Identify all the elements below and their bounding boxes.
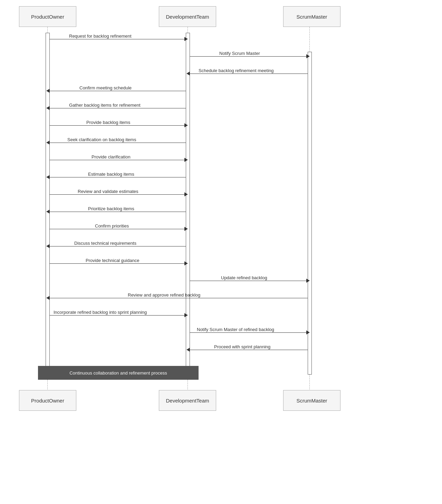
- msg-label-15: Update refined backlog: [221, 275, 267, 280]
- msg-line-2: [190, 56, 308, 57]
- activation-dt: [186, 33, 190, 375]
- msg-label-12: Confirm priorities: [95, 223, 129, 229]
- msg-arrow-8: [184, 158, 188, 162]
- actor-po-top: ProductOwner: [19, 6, 76, 27]
- msg-line-13: [50, 246, 186, 246]
- msg-label-16: Review and approve refined backlog: [128, 292, 200, 298]
- msg-line-1: [50, 39, 186, 39]
- msg-line-4: [50, 91, 186, 91]
- msg-line-5: [50, 108, 186, 108]
- msg-label-17: Incorporate refined backlog into sprint …: [54, 310, 147, 315]
- actor-sm-top: ScrumMaster: [283, 6, 340, 27]
- msg-label-6: Provide backlog items: [86, 120, 130, 125]
- msg-line-16: [50, 298, 308, 298]
- msg-label-19: Proceed with sprint planning: [214, 344, 270, 349]
- msg-arrow-13: [46, 244, 50, 248]
- msg-label-14: Provide technical guidance: [86, 258, 139, 263]
- msg-label-8: Provide clarification: [92, 154, 131, 159]
- msg-line-3: [190, 74, 308, 74]
- msg-label-7: Seek clarification on backlog items: [67, 137, 136, 142]
- msg-arrow-16: [46, 296, 50, 300]
- msg-arrow-3: [186, 71, 190, 76]
- msg-arrow-6: [184, 123, 188, 127]
- actor-po-bottom: ProductOwner: [19, 390, 76, 411]
- msg-arrow-18: [306, 330, 310, 335]
- msg-line-9: [50, 177, 186, 177]
- msg-label-11: Prioritize backlog items: [88, 206, 134, 211]
- msg-label-3: Schedule backlog refinement meeting: [199, 68, 274, 73]
- msg-arrow-7: [46, 140, 50, 145]
- msg-label-10: Review and validate estimates: [78, 189, 138, 194]
- msg-arrow-1: [184, 37, 188, 41]
- msg-line-8: [50, 160, 186, 160]
- msg-arrow-19: [186, 348, 190, 352]
- msg-line-7: [50, 143, 186, 143]
- msg-label-5: Gather backlog items for refinement: [69, 103, 141, 108]
- msg-label-4: Confirm meeting schedule: [79, 85, 132, 90]
- msg-line-14: [50, 263, 186, 264]
- msg-arrow-5: [46, 106, 50, 110]
- msg-arrow-12: [184, 227, 188, 231]
- msg-arrow-17: [184, 313, 188, 317]
- actor-dt-bottom: DevelopmentTeam: [159, 390, 216, 411]
- msg-line-12: [50, 229, 186, 229]
- msg-arrow-15: [306, 279, 310, 283]
- actor-dt-top: DevelopmentTeam: [159, 6, 216, 27]
- msg-line-18: [190, 332, 308, 333]
- msg-arrow-4: [46, 89, 50, 93]
- msg-label-1: Request for backlog refinement: [69, 33, 132, 39]
- msg-label-18: Notify Scrum Master of refined backlog: [197, 327, 274, 332]
- msg-line-10: [50, 194, 186, 195]
- actor-sm-bottom: ScrumMaster: [283, 390, 340, 411]
- msg-line-19: [190, 350, 308, 350]
- msg-label-9: Estimate backlog items: [88, 172, 134, 177]
- msg-arrow-14: [184, 261, 188, 265]
- msg-line-17: [50, 315, 186, 316]
- msg-arrow-9: [46, 175, 50, 179]
- msg-line-11: [50, 212, 186, 212]
- msg-label-2: Notify Scrum Master: [219, 51, 260, 56]
- activation-po: [46, 33, 50, 375]
- msg-line-15: [190, 281, 308, 281]
- msg-line-6: [50, 125, 186, 126]
- activation-sm: [308, 52, 312, 375]
- msg-arrow-2: [306, 54, 310, 58]
- msg-arrow-11: [46, 210, 50, 214]
- msg-label-13: Discuss technical requirements: [74, 241, 136, 246]
- msg-arrow-10: [184, 192, 188, 196]
- note-continuous: Continuous collaboration and refinement …: [38, 366, 199, 380]
- sequence-diagram: ProductOwner DevelopmentTeam ScrumMaster…: [0, 0, 442, 504]
